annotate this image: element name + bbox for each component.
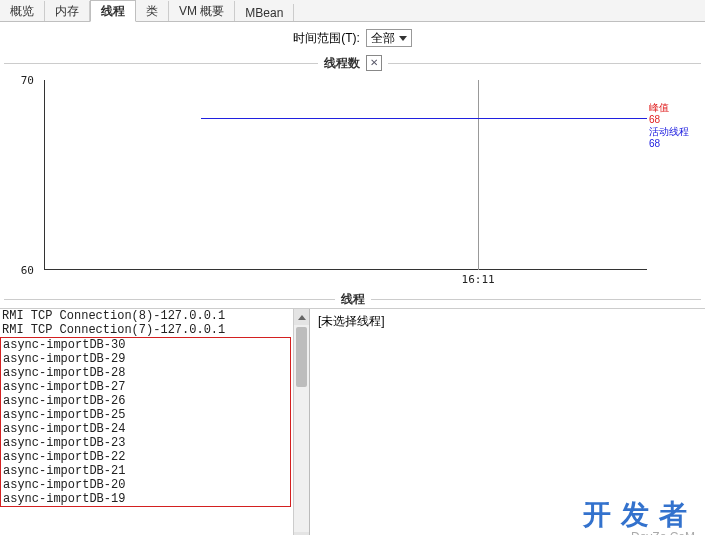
legend-live-label: 活动线程 [649,126,705,138]
thread-detail-panel: [未选择线程] 开发者 DevZe.CoM [310,309,705,535]
thread-item[interactable]: async-importDB-29 [1,352,290,366]
x-tick-label: 16:11 [462,273,495,286]
thread-item[interactable]: async-importDB-21 [1,464,290,478]
thread-item[interactable]: async-importDB-20 [1,478,290,492]
thread-item[interactable]: async-importDB-25 [1,408,290,422]
highlighted-thread-group: async-importDB-30 async-importDB-29 asyn… [0,337,291,507]
chart-legend: 峰值 68 活动线程 68 [649,102,705,150]
scroll-thumb[interactable] [296,327,307,387]
thread-detail-placeholder: [未选择线程] [318,314,385,328]
threads-list-column: RMI TCP Connection(8)-127.0.0.1 RMI TCP … [0,309,310,535]
legend-peak-label: 峰值 [649,102,705,114]
chart-section-title: 线程数 [324,55,360,72]
thread-item[interactable]: RMI TCP Connection(8)-127.0.0.1 [0,309,291,323]
threads-section-title: 线程 [341,291,365,308]
tab-overview[interactable]: 概览 [0,1,45,21]
thread-item[interactable]: async-importDB-26 [1,394,290,408]
threads-lower-split: RMI TCP Connection(8)-127.0.0.1 RMI TCP … [0,308,705,535]
time-range-select[interactable]: 全部 [366,29,412,47]
watermark-sub: DevZe.CoM [631,530,695,535]
thread-count-chart: 70 60 16:11 峰值 68 活动线程 68 [4,72,705,290]
thread-item[interactable]: RMI TCP Connection(7)-127.0.0.1 [0,323,291,337]
chevron-down-icon [399,36,407,41]
collapse-chart-button[interactable]: ✕ [366,55,382,71]
grid-vline [478,80,479,270]
chevron-up-icon [298,315,306,320]
top-tabs: 概览 内存 线程 类 VM 概要 MBean [0,0,705,22]
thread-item[interactable]: async-importDB-22 [1,450,290,464]
watermark-main: 开发者 [583,496,697,534]
y-tick-high: 70 [21,74,34,87]
tab-mbean[interactable]: MBean [235,4,294,21]
thread-item[interactable]: async-importDB-30 [1,338,290,352]
scroll-up-button[interactable] [294,309,309,325]
live-threads-line [201,118,647,119]
threads-section-header: 线程 [0,290,705,308]
thread-item[interactable]: async-importDB-27 [1,380,290,394]
legend-peak-value: 68 [649,114,705,126]
thread-list[interactable]: RMI TCP Connection(8)-127.0.0.1 RMI TCP … [0,309,309,535]
thread-item[interactable]: async-importDB-23 [1,436,290,450]
thread-item[interactable]: async-importDB-24 [1,422,290,436]
plot-area[interactable] [44,80,647,270]
time-range-label: 时间范围(T): [293,30,360,47]
time-range-value: 全部 [371,30,395,47]
tab-memory[interactable]: 内存 [45,1,90,21]
thread-item[interactable]: async-importDB-19 [1,492,290,506]
thread-list-scrollbar[interactable] [293,309,309,535]
chart-section-header: 线程数 ✕ [0,54,705,72]
time-range-row: 时间范围(T): 全部 [0,22,705,54]
tab-threads[interactable]: 线程 [90,0,136,22]
tab-classes[interactable]: 类 [136,1,169,21]
y-tick-low: 60 [21,264,34,277]
thread-item[interactable]: async-importDB-28 [1,366,290,380]
tab-vm-summary[interactable]: VM 概要 [169,1,235,21]
legend-live-value: 68 [649,138,705,150]
